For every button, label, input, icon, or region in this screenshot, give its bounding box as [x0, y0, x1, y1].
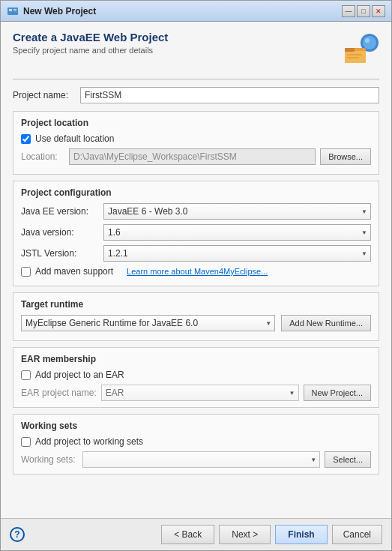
title-bar-left: New Web Project [7, 5, 96, 17]
use-default-checkbox[interactable] [21, 134, 31, 144]
project-configuration-section: Project configuration Java EE version: J… [13, 181, 379, 286]
use-default-location-row: Use default location [21, 133, 371, 144]
java-ee-version-row: Java EE version: JavaEE 6 - Web 3.0 [21, 203, 371, 220]
ear-name-label: EAR project name: [21, 388, 97, 398]
svg-rect-9 [345, 48, 355, 52]
ear-name-select-wrapper[interactable]: EAR [101, 385, 299, 401]
project-configuration-title: Project configuration [21, 187, 371, 198]
new-project-button[interactable]: New Project... [304, 385, 371, 401]
project-location-title: Project location [21, 118, 371, 128]
navigation-buttons: < Back Next > Finish Cancel [161, 525, 382, 544]
title-bar-buttons: — □ ✕ [342, 5, 385, 17]
ear-membership-section: EAR membership Add project to an EAR EAR… [13, 347, 379, 408]
add-working-sets-checkbox[interactable] [21, 437, 31, 447]
java-ee-version-select-wrapper[interactable]: JavaEE 6 - Web 3.0 [103, 203, 371, 220]
project-icon [341, 31, 379, 69]
svg-rect-11 [347, 57, 359, 58]
java-ee-version-select[interactable]: JavaEE 6 - Web 3.0 [103, 203, 371, 220]
header-text: Create a JavaEE Web Project Specify proj… [13, 31, 168, 55]
java-version-select[interactable]: 1.6 [103, 224, 371, 241]
back-button[interactable]: < Back [161, 525, 214, 544]
project-name-label: Project name: [13, 90, 80, 100]
jstl-version-row: JSTL Version: 1.2.1 [21, 245, 371, 262]
header-divider [13, 79, 379, 79]
target-runtime-title: Target runtime [21, 299, 371, 310]
maven-support-label: Add maven support [35, 266, 113, 277]
main-content: Create a JavaEE Web Project Specify proj… [1, 22, 391, 518]
working-sets-label: Working sets: [21, 454, 78, 465]
svg-rect-3 [13, 10, 16, 11]
add-ear-row: Add project to an EAR [21, 370, 371, 380]
jstl-version-select[interactable]: 1.2.1 [103, 245, 371, 262]
minimize-button[interactable]: — [342, 5, 355, 17]
title-bar: New Web Project — □ ✕ [1, 1, 391, 22]
location-row: Location: Browse... [21, 148, 371, 165]
ear-membership-title: EAR membership [21, 354, 371, 364]
dialog-subtitle: Specify project name and other details [13, 46, 168, 55]
java-version-label: Java version: [21, 227, 103, 238]
runtime-select[interactable]: MyEclipse Generic Runtime for JavaEE 6.0 [21, 315, 275, 331]
svg-point-5 [363, 36, 376, 49]
runtime-select-wrapper[interactable]: MyEclipse Generic Runtime for JavaEE 6.0 [21, 315, 275, 331]
jstl-version-select-wrapper[interactable]: 1.2.1 [103, 245, 371, 262]
location-input[interactable] [69, 148, 316, 165]
close-button[interactable]: ✕ [372, 5, 385, 17]
svg-rect-2 [13, 9, 16, 10]
maven-row: Add maven support Learn more about Maven… [21, 266, 371, 277]
ear-name-select[interactable]: EAR [101, 385, 299, 401]
ear-name-row: EAR project name: EAR New Project... [21, 385, 371, 401]
new-web-project-window: New Web Project — □ ✕ Create a JavaEE We… [0, 0, 392, 551]
help-button[interactable]: ? [10, 527, 25, 542]
maven-support-checkbox[interactable] [21, 267, 31, 277]
bottom-bar: ? < Back Next > Finish Cancel [1, 518, 391, 550]
add-runtime-button[interactable]: Add New Runtime... [281, 315, 371, 331]
working-sets-row: Working sets: Select... [21, 451, 371, 468]
add-ear-label: Add project to an EAR [35, 370, 124, 380]
project-name-row: Project name: [13, 87, 379, 103]
working-sets-select-wrapper[interactable] [82, 451, 320, 468]
add-working-sets-label: Add project to working sets [35, 436, 143, 447]
svg-rect-10 [347, 54, 362, 55]
window-title: New Web Project [23, 6, 96, 16]
project-location-section: Project location Use default location Lo… [13, 111, 379, 175]
header-icon [340, 31, 379, 70]
window-icon [7, 5, 19, 17]
select-working-sets-button[interactable]: Select... [325, 451, 371, 468]
svg-point-6 [365, 38, 370, 43]
java-version-row: Java version: 1.6 [21, 224, 371, 241]
target-runtime-section: Target runtime MyEclipse Generic Runtime… [13, 292, 379, 341]
use-default-label: Use default location [35, 133, 114, 144]
svg-rect-1 [9, 9, 12, 11]
java-ee-version-label: Java EE version: [21, 206, 103, 217]
working-sets-section: Working sets Add project to working sets… [13, 414, 379, 475]
header-section: Create a JavaEE Web Project Specify proj… [13, 31, 379, 70]
runtime-row: MyEclipse Generic Runtime for JavaEE 6.0… [21, 315, 371, 331]
maven-link[interactable]: Learn more about Maven4MyEclipse... [127, 267, 268, 276]
add-ear-checkbox[interactable] [21, 370, 31, 380]
browse-button[interactable]: Browse... [320, 148, 371, 165]
jstl-version-label: JSTL Version: [21, 248, 103, 259]
working-sets-select[interactable] [82, 451, 320, 468]
finish-button[interactable]: Finish [275, 525, 327, 544]
cancel-button[interactable]: Cancel [332, 525, 382, 544]
add-to-working-sets-row: Add project to working sets [21, 436, 371, 447]
location-label: Location: [21, 151, 64, 162]
dialog-title: Create a JavaEE Web Project [13, 31, 168, 43]
next-button[interactable]: Next > [219, 525, 271, 544]
working-sets-title: Working sets [21, 421, 371, 431]
maximize-button[interactable]: □ [357, 5, 370, 17]
java-version-select-wrapper[interactable]: 1.6 [103, 224, 371, 241]
project-name-input[interactable] [80, 87, 379, 103]
